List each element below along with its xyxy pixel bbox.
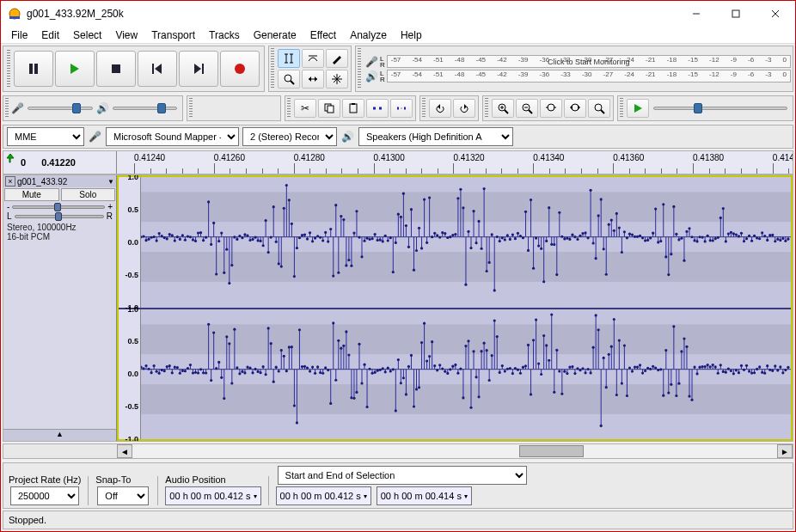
- svg-point-827: [475, 376, 477, 378]
- draw-tool[interactable]: [326, 49, 348, 68]
- playback-volume-slider[interactable]: [113, 107, 178, 110]
- trim-button[interactable]: [366, 99, 389, 118]
- svg-point-121: [212, 222, 215, 224]
- zoom-out-button[interactable]: [516, 99, 538, 118]
- svg-point-641: [233, 327, 236, 330]
- svg-point-513: [722, 207, 725, 210]
- zoom-in-button[interactable]: [492, 99, 514, 118]
- scroll-right-button[interactable]: ►: [777, 444, 793, 458]
- fit-project-button[interactable]: [564, 99, 586, 118]
- recording-device-select[interactable]: Microsoft Sound Mapper -: [106, 127, 239, 146]
- app-icon: [8, 7, 21, 21]
- svg-point-927: [605, 386, 608, 388]
- svg-point-765: [395, 409, 397, 412]
- pause-button[interactable]: [14, 51, 53, 87]
- skip-end-button[interactable]: [179, 51, 218, 87]
- menu-analyze[interactable]: Analyze: [343, 28, 394, 43]
- zoom-toggle-button[interactable]: [588, 99, 610, 118]
- svg-point-247: [377, 239, 379, 242]
- play-button[interactable]: [55, 51, 95, 87]
- menu-file[interactable]: File: [4, 28, 34, 43]
- cut-button[interactable]: ✂: [294, 99, 316, 118]
- playback-device-select[interactable]: Speakers (High Definition A: [358, 127, 513, 146]
- svg-point-935: [615, 393, 618, 395]
- svg-line-24: [291, 81, 294, 84]
- mute-button[interactable]: Mute: [4, 188, 59, 201]
- timeshift-tool[interactable]: [302, 70, 324, 89]
- svg-point-709: [321, 371, 324, 374]
- horizontal-scrollbar[interactable]: ◄ ►: [3, 443, 793, 459]
- copy-button[interactable]: [318, 99, 340, 118]
- svg-point-707: [319, 370, 321, 373]
- gain-slider[interactable]: [12, 205, 105, 209]
- menu-effect[interactable]: Effect: [303, 28, 343, 43]
- menu-select[interactable]: Select: [66, 28, 108, 43]
- svg-point-675: [278, 370, 280, 372]
- recording-volume-slider[interactable]: [28, 107, 93, 110]
- playback-meter[interactable]: -57-54-51-48-45-42-39-36-33-30-27-24-21-…: [387, 70, 791, 83]
- svg-point-943: [626, 394, 628, 396]
- playback-speed-slider[interactable]: [653, 107, 787, 110]
- selection-end-field[interactable]: 00 h 00 m 00.414 s▾: [377, 486, 472, 505]
- menu-help[interactable]: Help: [394, 28, 429, 43]
- svg-point-599: [179, 371, 181, 374]
- track-control-panel: × g001_433.92 ▼ Mute Solo - + L R Stereo…: [3, 175, 117, 441]
- silence-button[interactable]: [390, 99, 413, 118]
- svg-point-50: [548, 104, 554, 111]
- audio-position-field[interactable]: 00 h 00 m 00.412 s▾: [165, 486, 260, 505]
- svg-point-549: [768, 234, 771, 236]
- svg-rect-13: [202, 64, 204, 74]
- snap-to-select[interactable]: Off: [97, 486, 149, 505]
- project-rate-select[interactable]: 250000: [10, 486, 79, 505]
- svg-point-183: [293, 275, 296, 278]
- svg-point-1067: [787, 365, 789, 368]
- pan-slider[interactable]: [15, 215, 104, 218]
- envelope-tool[interactable]: [302, 49, 324, 68]
- title-bar: g001_433.92M_250k: [1, 1, 795, 27]
- svg-point-267: [402, 193, 405, 195]
- track-collapse-button[interactable]: ▲: [3, 429, 116, 441]
- svg-point-699: [309, 370, 311, 372]
- selection-mode-select[interactable]: Start and End of Selection: [278, 466, 527, 485]
- fit-selection-button[interactable]: [540, 99, 562, 118]
- minimize-button[interactable]: [677, 1, 716, 27]
- svg-point-493: [695, 240, 698, 242]
- close-button[interactable]: [756, 1, 795, 27]
- svg-point-209: [327, 241, 329, 243]
- svg-point-205: [321, 239, 324, 242]
- svg-point-695: [303, 364, 306, 367]
- redo-button[interactable]: [453, 99, 475, 118]
- record-button[interactable]: [220, 51, 260, 87]
- selection-start-field[interactable]: 00 h 00 m 00.412 s▾: [276, 486, 371, 505]
- multi-tool[interactable]: [326, 70, 348, 89]
- pin-icon[interactable]: [5, 153, 15, 163]
- status-text: Stopped.: [9, 515, 46, 525]
- skip-start-button[interactable]: [138, 51, 177, 87]
- zoom-tool[interactable]: [278, 70, 300, 89]
- svg-point-457: [649, 236, 652, 239]
- track-name[interactable]: g001_433.92: [17, 177, 67, 187]
- solo-button[interactable]: Solo: [61, 188, 116, 201]
- audio-host-select[interactable]: MME: [7, 127, 84, 146]
- recording-meter[interactable]: -57-54-51-48-45-42-39-36-33-30-27-24-21-…: [387, 55, 791, 68]
- stop-button[interactable]: [96, 51, 136, 87]
- maximize-button[interactable]: [716, 1, 756, 27]
- track-close-button[interactable]: ×: [5, 176, 15, 187]
- svg-point-979: [672, 325, 675, 327]
- menu-generate[interactable]: Generate: [247, 28, 303, 43]
- paste-button[interactable]: [342, 99, 364, 118]
- waveform-display[interactable]: 1.00.50.0-0.5-1.0 1.00.50.0-0.5-1.0: [117, 175, 793, 441]
- svg-point-1039: [750, 371, 753, 374]
- recording-channels-select[interactable]: 2 (Stereo) Recor: [242, 127, 337, 146]
- undo-button[interactable]: [429, 99, 451, 118]
- play-at-speed-button[interactable]: [627, 99, 649, 118]
- scroll-left-button[interactable]: ◄: [117, 444, 132, 458]
- timeline-ruler[interactable]: 0 0.41220 0.412400.412600.412800.413000.…: [3, 150, 793, 174]
- track-menu-button[interactable]: ▼: [107, 178, 114, 186]
- selection-tool[interactable]: [278, 49, 300, 68]
- menu-transport[interactable]: Transport: [144, 28, 202, 43]
- svg-point-733: [352, 396, 355, 399]
- menu-edit[interactable]: Edit: [34, 28, 66, 43]
- menu-tracks[interactable]: Tracks: [202, 28, 247, 43]
- menu-view[interactable]: View: [108, 28, 144, 43]
